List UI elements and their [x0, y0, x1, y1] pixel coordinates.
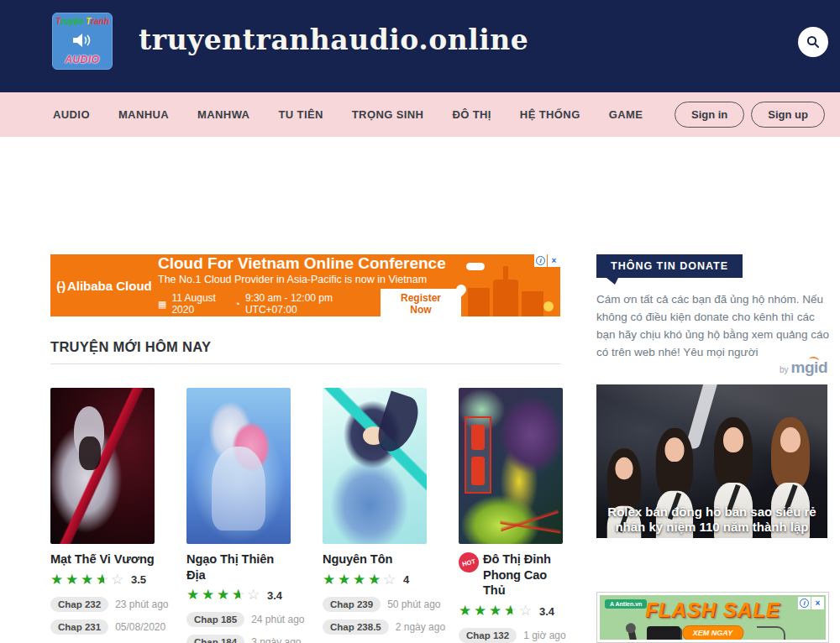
building-shape [468, 288, 490, 316]
rating-value: 3.4 [539, 605, 554, 618]
alibaba-ad-banner[interactable]: (-) Alibaba Cloud Cloud For Vietnam Onli… [50, 254, 560, 316]
comic-cover-image[interactable] [323, 388, 427, 544]
speaker-icon [73, 33, 92, 48]
building-shape [522, 291, 543, 316]
alibaba-brand: (-) Alibaba Cloud [50, 279, 158, 293]
comic-title[interactable]: Ngạo Thị Thiên Địa [186, 552, 291, 583]
comic-card: Ngạo Thị Thiên Địa ★★★☆★☆ 3.4 Chap 185 2… [186, 388, 291, 643]
chapter-row: Chap 132 1 giờ ago [459, 628, 563, 643]
site-header: Truyện Tranh AUDIO truyentranhaudio.onli… [0, 0, 840, 92]
rating: ★★★☆★☆ 3.5 [50, 572, 155, 588]
section-divider [50, 363, 560, 364]
chapter-badge[interactable]: Chap 232 [50, 597, 108, 612]
chapter-badge[interactable]: Chap 231 [50, 619, 108, 635]
chapter-badge[interactable]: Chap 239 [323, 597, 381, 612]
nav-item-manhwa[interactable]: MANHWA [197, 108, 249, 121]
powerbank-product-image [647, 626, 680, 640]
nav-item-he-thong[interactable]: HỆ THỐNG [520, 108, 580, 121]
chapter-badge[interactable]: Chap 185 [186, 612, 244, 627]
site-title[interactable]: truyentranhaudio.online [139, 24, 528, 56]
tree-shape [543, 301, 554, 311]
comic-card: Mạt Thế Vi Vương ★★★☆★☆ 3.5 Chap 232 23 … [50, 388, 155, 643]
chapter-row: Chap 239 50 phút ago [323, 597, 427, 612]
chapter-list: Chap 132 1 giờ ago Chap 131 05/08/2020 [459, 628, 563, 643]
mgid-by-label: by [780, 365, 789, 374]
comic-title[interactable]: Đô Thị Đỉnh Phong Cao Thủ [483, 552, 563, 599]
mgid-attribution[interactable]: bymgid [596, 358, 827, 377]
cover-script-decoration [499, 507, 560, 541]
microphone-product-image [627, 629, 638, 640]
nav-item-game[interactable]: GAME [609, 108, 643, 121]
banner-schedule: ▦ 11 August 2020 ◔ 9:30 am - 12:00 pm UT… [158, 289, 461, 316]
chapter-time: 23 phút ago [115, 599, 168, 610]
comic-title[interactable]: Mạt Thế Vi Vương [50, 552, 155, 567]
chapter-list: Chap 185 24 phút ago Chap 184 3 ngày ago [186, 612, 291, 643]
lamp-product-image [757, 626, 785, 640]
comic-card: Nguyên Tôn ★★★★☆ 4 Chap 239 50 phút ago … [323, 388, 427, 643]
search-icon [806, 34, 821, 50]
clock-icon: ◔ [234, 299, 240, 309]
auth-buttons: Sign in Sign up [675, 102, 825, 128]
main-nav: AUDIO MANHUA MANHWA TU TIÊN TRỌNG SINH Đ… [0, 92, 840, 137]
chapter-row: Chap 184 3 ngày ago [186, 635, 291, 643]
flash-sale-inner: A Antien.vn FLASH SALE XEM NGAY i × [600, 595, 826, 640]
nav-item-tu-tien[interactable]: TU TIÊN [278, 108, 323, 121]
chapter-time: 3 ngày ago [251, 636, 301, 643]
section-title: TRUYỆN MỚI HÔM NAY [50, 339, 211, 355]
calendar-icon: ▦ [158, 299, 166, 310]
rating-value: 4 [403, 573, 409, 586]
rating-stars: ★★★★☆ [323, 572, 398, 588]
mgid-logo: mgid [791, 358, 827, 376]
ad-close-icon[interactable]: × [548, 254, 560, 267]
chapter-list: Chap 239 50 phút ago Chap 238.5 2 ngày a… [323, 597, 427, 635]
ad-controls: i × [798, 597, 824, 609]
logo-script-text: Truyện Tranh [55, 17, 109, 26]
native-ad-image[interactable]: Rolex bán đồng hồ bản sao siêu rẻ nhân k… [596, 384, 827, 538]
alibaba-logo-icon: (-) [56, 279, 64, 293]
comic-cover-image[interactable] [186, 388, 291, 544]
chapter-time: 50 phút ago [387, 599, 440, 610]
donate-ribbon-heading: THÔNG TIN DONATE [596, 254, 743, 278]
donate-text: Cám ơn tất cả các bạn đã ủng hộ nhóm. Nế… [596, 290, 833, 361]
chapter-badge[interactable]: Chap 238.5 [323, 619, 389, 635]
cover-seal-decoration [465, 416, 491, 494]
chapter-time: 24 phút ago [251, 614, 304, 625]
chapter-list: Chap 232 23 phút ago Chap 231 05/08/2020 [50, 597, 155, 635]
sign-up-button[interactable]: Sign up [751, 102, 825, 128]
nav-item-do-thi[interactable]: ĐÔ THỊ [452, 108, 491, 121]
xem-ngay-button[interactable]: XEM NGAY [682, 625, 743, 640]
rating-stars: ★★★☆★☆ [50, 572, 126, 588]
chapter-badge[interactable]: Chap 132 [459, 628, 517, 643]
chapter-row: Chap 238.5 2 ngày ago [323, 619, 427, 635]
ad-info-icon[interactable]: i [534, 254, 547, 267]
rating-value: 3.4 [267, 589, 282, 602]
hot-badge: HOT [456, 550, 480, 574]
flash-sale-title: FLASH SALE [600, 599, 826, 622]
building-shape [493, 280, 518, 316]
chapter-badge[interactable]: Chap 184 [186, 635, 244, 643]
ad-close-icon[interactable]: × [811, 597, 824, 609]
chapter-time: 2 ngày ago [396, 621, 445, 633]
nav-item-audio[interactable]: AUDIO [53, 108, 90, 121]
chapter-row: Chap 231 05/08/2020 [50, 619, 155, 635]
banner-time: 9:30 am - 12:00 pm UTC+07:00 [245, 292, 364, 316]
chapter-row: Chap 185 24 phút ago [186, 612, 291, 627]
flash-sale-ad[interactable]: A Antien.vn FLASH SALE XEM NGAY i × [596, 592, 829, 643]
nav-item-trong-sinh[interactable]: TRỌNG SINH [352, 108, 424, 121]
comic-card: HOT Đô Thị Đỉnh Phong Cao Thủ ★★★☆★☆ 3.4… [459, 388, 563, 643]
rating: ★★★☆★☆ 3.4 [459, 604, 563, 619]
register-now-button[interactable]: Register Now [381, 289, 461, 316]
banner-content: Cloud For Vietnam Online Conference The … [158, 254, 461, 316]
sign-in-button[interactable]: Sign in [675, 102, 744, 128]
comic-cover-image[interactable] [50, 388, 155, 544]
chapter-time: 1 giờ ago [523, 630, 566, 641]
chapter-time: 05/08/2020 [115, 621, 165, 633]
nav-item-manhua[interactable]: MANHUA [118, 108, 169, 121]
site-logo[interactable]: Truyện Tranh AUDIO [52, 13, 113, 70]
comic-cover-image[interactable] [459, 388, 563, 544]
comic-title[interactable]: Nguyên Tôn [323, 552, 392, 567]
ad-controls: i × [534, 254, 560, 267]
ad-info-icon[interactable]: i [798, 597, 811, 609]
logo-audio-text: AUDIO [65, 54, 99, 65]
search-button[interactable] [798, 27, 828, 57]
